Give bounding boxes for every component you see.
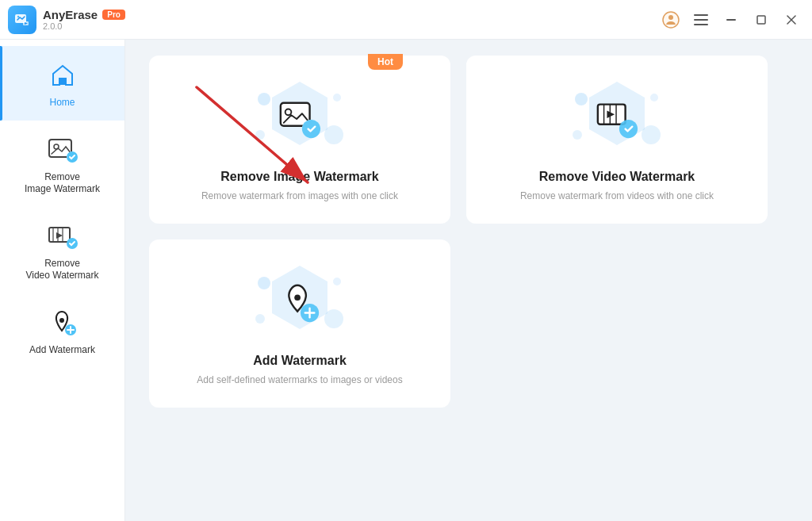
sidebar-home-label: Home <box>49 97 75 109</box>
svg-point-41 <box>573 130 582 140</box>
card-icon-area-video <box>569 79 665 159</box>
svg-point-50 <box>258 277 270 289</box>
svg-point-1 <box>17 15 19 17</box>
minimize-button[interactable] <box>720 9 742 31</box>
sidebar-remove-video-label: RemoveVideo Watermark <box>25 258 98 282</box>
add-watermark-icon <box>46 306 79 339</box>
close-button[interactable] <box>780 9 802 31</box>
svg-point-42 <box>650 94 658 102</box>
sidebar-item-add-watermark[interactable]: Add Watermark <box>0 293 124 368</box>
svg-rect-6 <box>694 14 708 16</box>
restore-button[interactable] <box>750 9 772 31</box>
app-name: AnyErase Pro <box>43 8 125 21</box>
card-remove-image-watermark[interactable]: Hot <box>149 56 450 224</box>
app-title-group: AnyErase Pro 2.0.0 <box>43 8 125 31</box>
app-version: 2.0.0 <box>43 21 125 31</box>
svg-rect-8 <box>694 24 708 25</box>
account-button[interactable] <box>660 9 682 31</box>
svg-point-30 <box>258 93 270 105</box>
app-identity: AnyErase Pro 2.0.0 <box>8 6 125 34</box>
svg-point-33 <box>333 94 341 102</box>
svg-point-37 <box>302 120 320 138</box>
svg-rect-10 <box>757 16 765 24</box>
card-icon-area-image <box>252 79 347 159</box>
window-controls <box>660 9 802 31</box>
card-remove-video-desc: Remove watermark from videos with one cl… <box>520 190 714 201</box>
sidebar-item-remove-video-watermark[interactable]: RemoveVideo Watermark <box>0 207 124 293</box>
svg-point-39 <box>575 93 588 105</box>
card-add-watermark-title: Add Watermark <box>253 354 347 368</box>
card-remove-image-desc: Remove watermark from images with one cl… <box>201 190 398 201</box>
svg-point-54 <box>294 294 301 301</box>
home-icon <box>46 59 79 92</box>
sidebar-item-home[interactable]: Home <box>0 46 124 121</box>
svg-point-51 <box>324 309 343 328</box>
cards-grid: Hot <box>149 56 768 408</box>
menu-button[interactable] <box>690 9 712 31</box>
content-area: Hot <box>125 40 812 521</box>
sidebar-remove-image-label: RemoveImage Watermark <box>25 171 100 196</box>
app-name-text: AnyErase <box>43 8 98 21</box>
main-layout: Home RemoveImage Watermark <box>0 40 812 521</box>
svg-point-40 <box>642 125 661 144</box>
sidebar: Home RemoveImage Watermark <box>0 40 125 521</box>
svg-point-52 <box>255 314 265 324</box>
svg-rect-9 <box>726 19 736 21</box>
card-remove-video-watermark[interactable]: Remove Video Watermark Remove watermark … <box>466 56 768 224</box>
card-add-watermark-desc: Add self-defined watermarks to images or… <box>197 374 402 385</box>
svg-rect-13 <box>59 79 66 85</box>
svg-rect-7 <box>694 19 708 21</box>
svg-point-32 <box>255 130 265 140</box>
card-add-watermark[interactable]: Add Watermark Add self-defined watermark… <box>149 239 450 408</box>
svg-point-5 <box>668 15 673 20</box>
app-logo <box>8 6 36 34</box>
pro-badge: Pro <box>102 10 125 20</box>
remove-video-watermark-icon <box>46 220 79 253</box>
title-bar: AnyErase Pro 2.0.0 <box>0 0 812 40</box>
card-remove-video-title: Remove Video Watermark <box>539 170 695 184</box>
svg-point-53 <box>333 278 341 285</box>
remove-image-watermark-icon <box>46 133 79 167</box>
svg-point-31 <box>324 125 343 144</box>
sidebar-add-watermark-label: Add Watermark <box>29 344 95 357</box>
card-remove-image-title: Remove Image Watermark <box>220 170 379 184</box>
card-icon-area-add <box>252 263 347 343</box>
svg-point-48 <box>619 120 638 138</box>
svg-point-24 <box>59 318 64 323</box>
sidebar-item-remove-image-watermark[interactable]: RemoveImage Watermark <box>0 121 124 207</box>
hot-badge: Hot <box>368 54 403 70</box>
